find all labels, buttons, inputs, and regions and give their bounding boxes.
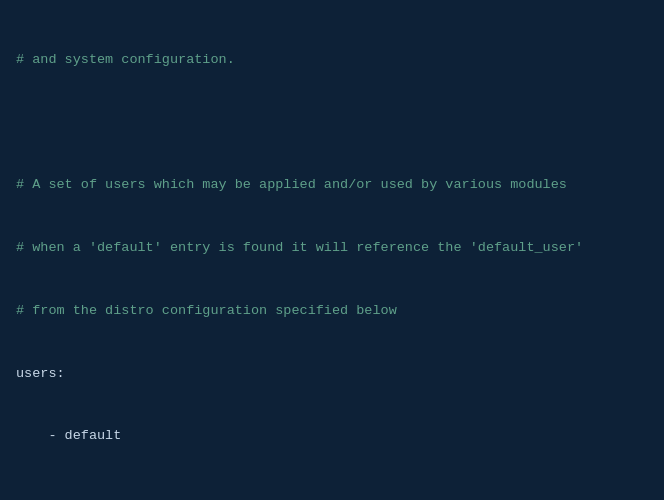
line-4: # when a 'default' entry is found it wil… <box>16 238 648 259</box>
line-6: users: <box>16 364 648 385</box>
line-3: # A set of users which may be applied an… <box>16 175 648 196</box>
line-2 <box>16 113 648 134</box>
line-1: # and system configuration. <box>16 50 648 71</box>
code-editor: # and system configuration. # A set of u… <box>0 0 664 500</box>
line-8 <box>16 489 648 500</box>
line-7: - default <box>16 426 648 447</box>
line-5: # from the distro configuration specifie… <box>16 301 648 322</box>
